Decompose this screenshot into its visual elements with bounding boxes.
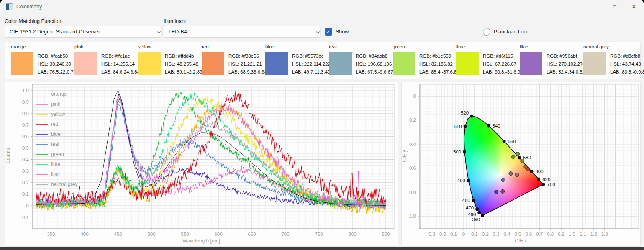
swatch-rgb-value: RGB: #ffc1ae	[101, 54, 130, 59]
cmf-value: CIE 1931 2 Degree Standard Observer	[10, 29, 100, 35]
window-title: Colorimetry	[16, 4, 42, 10]
spectra-plot-panel: 350400450500550600650700750800850-0.100.…	[5, 82, 398, 247]
svg-text:-0.1: -0.1	[21, 215, 29, 220]
svg-text:0.8: 0.8	[409, 190, 416, 195]
swatch-name: neutral grey	[583, 44, 609, 49]
svg-text:-0.1: -0.1	[449, 232, 457, 237]
legend-item: lime	[51, 161, 60, 167]
svg-text:550: 550	[181, 232, 189, 237]
planckian-checkbox[interactable]	[483, 28, 490, 36]
swatch-yellow: yellowRGB: #ffdd4bHSL: 48,255,48LAB: 89.…	[138, 42, 201, 80]
close-button[interactable]: ✕	[624, 0, 644, 13]
legend-item: red	[51, 121, 58, 127]
swatch-name: red	[202, 44, 209, 49]
chromaticity-plot[interactable]: 3904604704804905005105205405605806006207…	[402, 82, 640, 246]
swatch-rgb-value: RGB: #84aab8	[356, 54, 387, 59]
locus-wavelength-label: 620	[542, 177, 550, 182]
legend-item: neutral grey	[51, 181, 77, 187]
legend-item: yellow	[51, 111, 65, 117]
svg-text:0.4: 0.4	[22, 157, 29, 162]
spectra-plot[interactable]: 350400450500550600650700750800850-0.100.…	[5, 82, 398, 246]
svg-text:1.0: 1.0	[409, 214, 416, 219]
svg-text:1.3: 1.3	[601, 232, 608, 237]
swatch-hsl-value: HSL: 196,68,196	[356, 61, 392, 66]
illuminant-dropdown[interactable]: LED-B4	[164, 26, 321, 38]
swatch-lime: limeRGB: #d6f115HSL: 67,226,67LAB: 90.8,…	[456, 42, 519, 80]
locus-wavelength-label: 470	[466, 205, 474, 210]
svg-text:0.6: 0.6	[409, 166, 416, 171]
spectrum-line-orange	[36, 101, 386, 214]
legend-item: orange	[51, 91, 67, 97]
show-checkbox-row: ✓ Show	[325, 28, 349, 36]
legend-item: green	[51, 151, 64, 157]
svg-text:400: 400	[80, 232, 88, 237]
swatch-hsl-value: HSL: 270,102,270	[547, 61, 585, 66]
chromaticity-point-yellow	[521, 159, 524, 163]
locus-wavelength-label: 700	[547, 182, 555, 187]
svg-text:0.6: 0.6	[22, 134, 29, 139]
cmf-label: Color Matching Function	[5, 18, 61, 24]
swatch-name: green	[393, 44, 405, 49]
swatch-color-box	[329, 52, 352, 75]
spectrum-line-green	[36, 92, 386, 209]
planckian-checkbox-row: Planckian Loci	[483, 28, 528, 36]
chromaticity-point-blue	[495, 190, 498, 194]
locus-wavelength-label: 540	[493, 123, 500, 128]
chromaticity-point-green	[511, 155, 515, 158]
maximize-button[interactable]: □	[605, 0, 624, 13]
swatch-rgb-value: RGB: #fcab58	[38, 54, 68, 59]
swatch-color-box	[138, 52, 161, 75]
svg-text:0: 0	[413, 94, 416, 99]
svg-text:0.3: 0.3	[22, 168, 29, 173]
svg-text:0.2: 0.2	[482, 232, 489, 237]
swatch-color-box	[202, 52, 224, 75]
planckian-checkbox-label: Planckian Loci	[494, 29, 528, 35]
cie-y-axis-title: CIE y	[402, 141, 408, 171]
swatch-lab-value: LAB: 89.1,-2.2,89.1	[165, 69, 206, 74]
svg-text:0.4: 0.4	[409, 142, 416, 147]
minimize-button[interactable]: –	[586, 0, 605, 13]
svg-text:0.1: 0.1	[471, 232, 478, 237]
legend-item: lilac	[51, 171, 60, 177]
chromaticity-point-lilac	[501, 189, 505, 193]
swatch-color-box	[520, 52, 542, 75]
swatch-hsl-value: HSL: 30,246,30	[38, 61, 71, 66]
chromaticity-plot-panel: 3904604704804905005105205405605806006207…	[401, 82, 641, 247]
swatch-red: redRGB: #f38e56HSL: 21,221,21LAB: 68.9,3…	[202, 42, 264, 80]
show-checkbox-label: Show	[336, 29, 349, 35]
swatch-lab-value: LAB: 68.9,33.6,68.9	[228, 69, 271, 74]
swatch-lab-value: LAB: 83.5,-0.9,83.5	[610, 69, 644, 74]
svg-text:700: 700	[281, 232, 289, 237]
svg-text:1.0: 1.0	[569, 232, 575, 237]
locus-wavelength-label: 390	[472, 217, 480, 222]
swatch-rgb-value: RGB: #956abf	[547, 54, 577, 59]
swatch-name: lilac	[520, 44, 528, 49]
swatch-hsl-value: HSL: 67,226,67	[483, 61, 516, 66]
chromaticity-point-teal	[501, 178, 505, 182]
swatch-hsl-value: HSL: 48,255,48	[165, 61, 198, 66]
chromaticity-point-neutral-grey	[509, 172, 513, 176]
illuminant-value: LED-B4	[169, 29, 187, 35]
cmf-dropdown[interactable]: CIE 1931 2 Degree Standard Observer	[5, 26, 162, 38]
legend-item: pink	[51, 101, 61, 107]
show-checkbox[interactable]: ✓	[325, 28, 332, 36]
swatch-rgb-value: RGB: #5573be	[292, 54, 324, 59]
chromaticity-gamut-fill	[463, 115, 544, 217]
illuminant-label: Illuminant	[164, 18, 186, 24]
swatch-color-box	[456, 52, 479, 75]
chromaticity-point-red	[526, 168, 530, 171]
swatch-lab-value: LAB: 76.5,22.0,76.5	[38, 69, 80, 74]
swatch-hsl-value: HSL: 14,255,14	[101, 61, 135, 66]
svg-text:0.1: 0.1	[22, 191, 29, 196]
locus-wavelength-label: 490	[457, 178, 465, 183]
swatch-color-box	[583, 52, 606, 75]
swatch-lab-value: LAB: 52.4,34.0,52.4	[547, 69, 589, 74]
swatch-hsl-value: HSL: 222,114,222	[292, 61, 331, 66]
swatch-teal: tealRGB: #84aab8HSL: 196,68,196LAB: 67.5…	[329, 42, 392, 80]
svg-text:850: 850	[382, 232, 390, 237]
locus-wavelength-label: 500	[453, 149, 461, 154]
swatch-rgb-value: RGB: #ffdd4b	[165, 54, 194, 59]
svg-text:800: 800	[348, 232, 356, 237]
legend-item: teal	[51, 141, 59, 147]
svg-text:0.3: 0.3	[493, 232, 500, 237]
